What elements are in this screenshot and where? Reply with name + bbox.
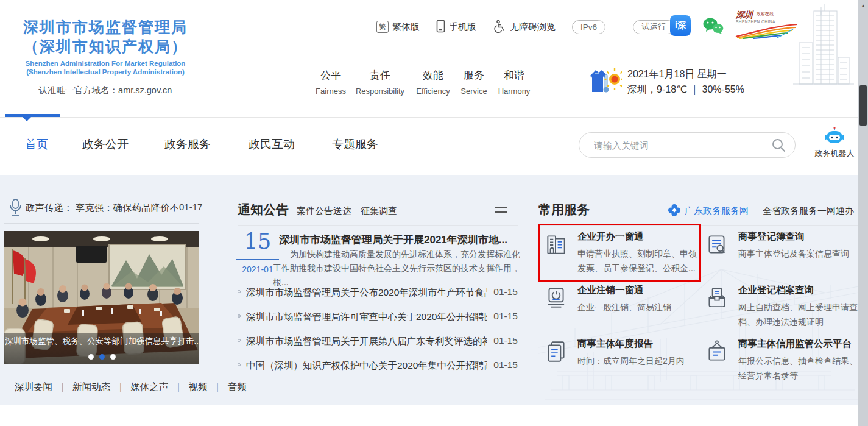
value-cn: 效能 [416, 68, 450, 82]
register-search-icon [704, 230, 730, 261]
search-box [579, 132, 796, 158]
more-icon[interactable] [495, 207, 507, 216]
weather-icon [587, 67, 622, 98]
nav-item-special-topics[interactable]: 专题服务 [332, 137, 378, 152]
ticker-text[interactable]: 政声传递： 李克强：确保药品降价不降... [26, 202, 178, 215]
company-open-icon [543, 230, 569, 275]
scrollbar-thumb[interactable] [859, 85, 867, 126]
scroll-up-arrow[interactable]: ▲ [858, 1, 868, 10]
gov-robot-label[interactable]: 政务机器人 [813, 148, 856, 159]
gov-robot-icon[interactable] [821, 127, 848, 149]
active-tab-indicator [5, 114, 60, 117]
notice-list-item[interactable]: 深圳市市场监督管理局许可审查中心关于2020年公开招聘医... 01-15 [238, 311, 518, 324]
credit-platform-icon [704, 338, 730, 383]
archive-search-icon [704, 284, 730, 329]
value-en: Harmony [498, 87, 531, 96]
service-desc: 商事主体登记及备案信息查询 [738, 246, 861, 261]
link-audio[interactable]: 音频 [228, 381, 247, 394]
value-cn: 服务 [460, 68, 487, 82]
traditional-chinese-label: 繁体版 [392, 21, 420, 33]
service-item-archive-search[interactable]: 企业登记档案查询 网上自助查档、网上受理申请查档、办理违法违规证明 [704, 284, 866, 329]
ticker-headline: 李克强：确保药品降价不降... [76, 202, 178, 213]
site-title-cn-line1: 深圳市市场监督管理局 [9, 17, 202, 37]
news-links-row: 深圳要闻 ｜ 新闻动态 ｜ 媒体之声 ｜ 视频 ｜ 音频 [15, 381, 247, 394]
search-input[interactable] [594, 133, 764, 157]
tab-case-announcements[interactable]: 案件公告送达 [297, 205, 351, 217]
notice-list-item[interactable]: 深圳市市场监督管理局关于公布2020年深圳市生产环节食品... 01-15 [238, 286, 518, 300]
service-desc: 网上自助查档、网上受理申请查档、办理违法违规证明 [738, 300, 861, 329]
traditional-chinese-link[interactable]: 繁 繁体版 [376, 21, 420, 33]
service-desc: 申请营业执照、刻制印章、申领发票、员工参保登记、公积金... [577, 246, 700, 275]
wheelchair-icon [493, 20, 506, 35]
carousel-dot-1[interactable] [88, 354, 94, 360]
bullet-icon [238, 339, 241, 342]
nav-item-gov-info[interactable]: 政务公开 [82, 137, 129, 152]
notice-date: 01-15 [493, 360, 518, 371]
link-shenzhen-news[interactable]: 深圳要闻 [15, 381, 52, 394]
gd-portal-flower-icon[interactable] [668, 204, 681, 219]
service-desc: 年报公示信息、抽查检查结果、经营异常名录等 [738, 353, 861, 383]
province-services-link[interactable]: 全省政务服务一网通办 [763, 205, 854, 217]
scrollbar-track[interactable]: ▲ [858, 0, 868, 426]
carousel-dots [4, 354, 199, 360]
accessibility-link[interactable]: 无障碍浏览 [493, 20, 556, 35]
mobile-version-link[interactable]: 手机版 [436, 20, 476, 35]
service-item-credit-platform[interactable]: 商事主体信用监管公示平台 年报公示信息、抽查检查结果、经营异常名录等 [704, 338, 866, 383]
service-desc: 企业一般注销、简易注销 [577, 300, 700, 314]
trial-run-badge[interactable]: 试运行 [633, 20, 675, 34]
wechat-icon[interactable] [702, 16, 725, 38]
value-cn: 和谐 [498, 68, 531, 82]
link-news-updates[interactable]: 新闻动态 [72, 381, 110, 394]
search-icon[interactable] [771, 138, 786, 155]
featured-notice-summary: 为加快构建推动高质量发展的先进标准体系，充分发挥标准化工作助推我市建设中国特色社… [273, 247, 520, 289]
site-title-en-line1: Shenzhen Administration For Market Regul… [9, 59, 202, 68]
company-cancel-icon [543, 284, 569, 314]
service-item-company-open[interactable]: 企业开办一窗通 申请营业执照、刻制印章、申领发票、员工参保登记、公积金... [543, 230, 705, 275]
notice-date: 01-15 [493, 286, 518, 297]
notices-section-title: 通知公告 [238, 201, 289, 218]
notice-list-item[interactable]: 中国（深圳）知识产权保护中心关于2020年集中公开招聘高... 01-15 [238, 360, 518, 373]
value-fairness: 公平 Fairness [316, 68, 346, 96]
service-item-company-cancel[interactable]: 企业注销一窗通 企业一般注销、简易注销 [543, 284, 705, 314]
service-item-annual-report[interactable]: 商事主体年度报告 时间：成立周年之日起2月内 [543, 338, 705, 368]
utility-bar: 繁 繁体版 手机版 无障碍浏览 IPv6 试运行 [376, 19, 675, 35]
mobile-phone-icon [436, 20, 445, 35]
services-divider [538, 225, 859, 226]
bullet-icon [238, 290, 241, 293]
value-cn: 责任 [356, 68, 404, 82]
tab-solicitation-survey[interactable]: 征集调查 [361, 205, 397, 217]
featured-notice-title[interactable]: 深圳市市场监督管理局关于开展2021年深圳市地... [279, 233, 519, 247]
service-title: 商事主体信用监管公示平台 [738, 338, 861, 350]
link-video[interactable]: 视频 [189, 381, 208, 394]
traditional-chinese-icon: 繁 [376, 21, 389, 33]
value-harmony: 和谐 Harmony [498, 68, 531, 96]
nav-item-gov-services[interactable]: 政务服务 [164, 137, 211, 152]
ishenzhen-app-icon[interactable]: i深 [670, 15, 691, 36]
value-cn: 公平 [316, 68, 346, 82]
carousel-dot-3[interactable] [110, 354, 116, 360]
service-text: 商事登记簿查询 商事主体登记及备案信息查询 [738, 230, 861, 261]
header-divider [0, 117, 868, 118]
notice-list-item[interactable]: 深圳市市场监督管理局关于开展第八届广东专利奖评选的补... 01-15 [238, 335, 518, 349]
service-text: 商事主体信用监管公示平台 年报公示信息、抽查检查结果、经营异常名录等 [738, 338, 861, 383]
value-service: 服务 Service [460, 68, 487, 96]
notice-date: 01-15 [493, 335, 518, 346]
weather-date: 2021年1月18日 星期一 [627, 68, 727, 81]
ipv6-badge[interactable]: IPv6 [572, 20, 605, 34]
notice-date: 01-15 [493, 311, 518, 322]
news-carousel[interactable]: 深圳市场监管、税务、公安等部门加强信息共享打击.. [4, 231, 199, 364]
link-separator: ｜ [58, 381, 67, 394]
nav-item-interaction[interactable]: 政民互动 [249, 137, 295, 152]
link-media-voice[interactable]: 媒体之声 [130, 381, 168, 394]
notice-title: 中国（深圳）知识产权保护中心关于2020年集中公开招聘高... [246, 360, 487, 372]
gd-portal-link[interactable]: 广东政务服务网 [685, 205, 749, 217]
service-title: 企业注销一窗通 [577, 284, 700, 297]
service-text: 商事主体年度报告 时间：成立周年之日起2月内 [577, 338, 700, 368]
carousel-caption[interactable]: 深圳市场监管、税务、公安等部门加强信息共享打击.. [4, 336, 199, 347]
ticker-date: 01-17 [179, 202, 202, 212]
service-item-register-search[interactable]: 商事登记簿查询 商事主体登记及备案信息查询 [704, 230, 866, 261]
value-en: Responsibility [356, 87, 404, 96]
nav-item-home[interactable]: 首页 [25, 137, 48, 152]
official-domain-note: 认准唯一官方域名：amr.sz.gov.cn [9, 85, 202, 96]
carousel-dot-2[interactable] [99, 354, 105, 360]
